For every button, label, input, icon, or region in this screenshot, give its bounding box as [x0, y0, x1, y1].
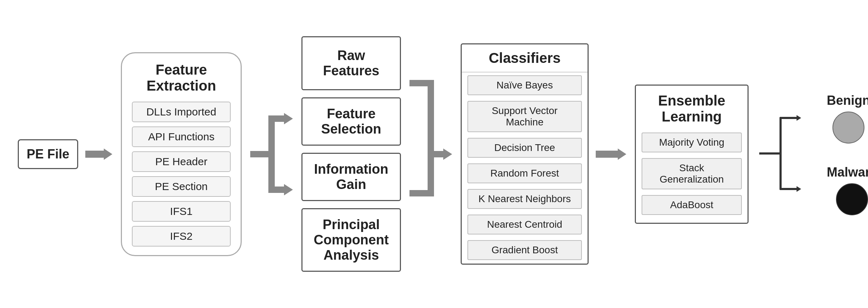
svg-marker-12	[443, 148, 452, 160]
ensemble-title: Ensemble Learning	[636, 86, 748, 130]
feature-selection-label: Feature Selection	[321, 106, 381, 136]
malware-item: Malware	[827, 165, 868, 215]
malware-circle	[836, 183, 868, 215]
feature-item-2: PE Header	[132, 151, 231, 172]
ensemble-segment: Ensemble Learning Majority Voting Stack …	[635, 85, 749, 224]
feature-item-0: DLLs Imported	[132, 102, 231, 122]
pe-file-label: PE File	[27, 147, 69, 161]
classifier-svm: Support Vector Machine	[467, 101, 582, 132]
benign-label: Benign	[827, 93, 868, 108]
ensemble-majority-voting: Majority Voting	[642, 133, 742, 152]
branch-section	[759, 97, 805, 212]
output-section: Benign Malware	[827, 93, 868, 215]
feature-item-5: IFS2	[132, 226, 231, 247]
pca-box: Principal Component Analysis	[301, 208, 401, 272]
feature-extraction-title: Feature Extraction	[132, 62, 231, 94]
merge-arrow-svg	[409, 55, 452, 254]
classifier-nearest-centroid: Nearest Centroid	[467, 215, 582, 234]
svg-marker-16	[797, 115, 801, 121]
pe-file-segment: PE File	[18, 139, 78, 169]
svg-marker-6	[284, 184, 293, 195]
pe-file-box: PE File	[18, 139, 78, 169]
arrow-ensemble-tip	[618, 148, 626, 160]
feature-extraction-container: Feature Extraction DLLs Imported API Fun…	[121, 52, 242, 256]
ensemble-column: Ensemble Learning Majority Voting Stack …	[635, 85, 749, 224]
benign-item: Benign	[827, 93, 868, 144]
ensemble-adaboost: AdaBoost	[642, 195, 742, 215]
diagram: PE File Feature Extraction DLLs Imported…	[0, 0, 868, 308]
benign-circle	[832, 112, 864, 144]
arrow-1-bar	[85, 151, 104, 158]
classifier-decision-tree: Decision Tree	[467, 138, 582, 158]
svg-marker-19	[797, 186, 801, 192]
arrow-1-tip	[104, 148, 112, 160]
information-gain-box: Information Gain	[301, 153, 401, 201]
split-arrows	[250, 97, 293, 211]
arrow-ensemble-bar	[596, 151, 618, 158]
merge-arrow	[409, 55, 452, 254]
feature-item-1: API Functions	[132, 126, 231, 147]
raw-features-label: Raw Features	[323, 48, 379, 78]
ensemble-stack-generalization: Stack Generalization	[642, 158, 742, 189]
arrow-ensemble	[596, 148, 628, 160]
classifiers-column: Classifiers Naïve Bayes Support Vector M…	[461, 43, 589, 265]
pca-label: Principal Component Analysis	[314, 217, 389, 263]
classifier-gradient-boost: Gradient Boost	[467, 240, 582, 260]
feature-processing-segment: Raw Features Feature Selection Informati…	[301, 36, 401, 272]
information-gain-label: Information Gain	[314, 162, 389, 192]
feature-item-4: IFS1	[132, 201, 231, 222]
split-arrow-svg	[250, 97, 293, 211]
svg-marker-3	[284, 113, 293, 124]
malware-label: Malware	[827, 165, 868, 180]
feature-extraction-segment: Feature Extraction DLLs Imported API Fun…	[121, 52, 242, 256]
arrow-1	[85, 148, 114, 160]
classifier-random-forest: Random Forest	[467, 163, 582, 183]
feature-item-3: PE Section	[132, 176, 231, 197]
classifier-knn: K Nearest Neighbors	[467, 189, 582, 209]
raw-features-box: Raw Features	[301, 36, 401, 90]
classifier-naive-bayes: Naïve Bayes	[467, 75, 582, 95]
branch-arrow-svg	[759, 97, 805, 210]
classifiers-segment: Classifiers Naïve Bayes Support Vector M…	[461, 43, 589, 265]
classifiers-title: Classifiers	[462, 44, 588, 72]
feature-selection-box: Feature Selection	[301, 97, 401, 146]
